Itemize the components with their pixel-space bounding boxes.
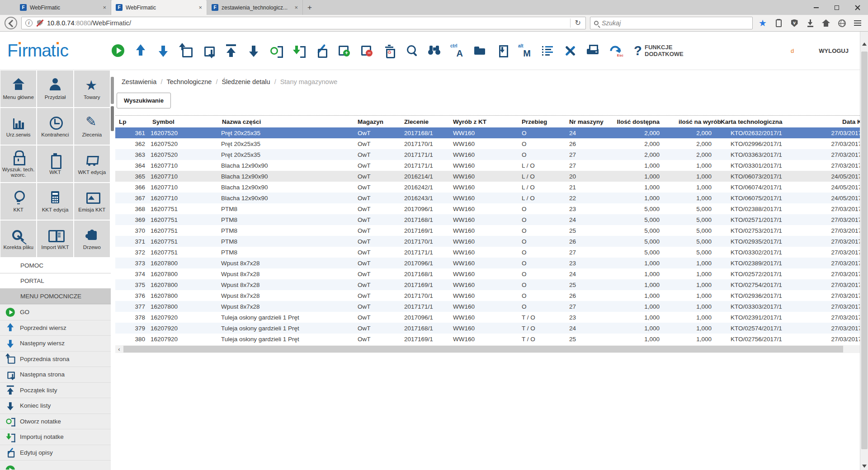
menu-alt-icon[interactable]: altM xyxy=(518,43,532,58)
edit-note-icon[interactable] xyxy=(315,43,328,58)
vertical-scroll-thumb[interactable] xyxy=(861,52,868,449)
run-icon[interactable] xyxy=(111,43,125,58)
tab-close-icon[interactable]: × xyxy=(293,4,299,11)
sidebar-section[interactable]: PORTAL xyxy=(0,273,111,289)
table-row[interactable]: 371 16207751 PTM8 OwT 2017170/1 WW160 O … xyxy=(115,236,868,247)
shield-addon-icon[interactable]: v xyxy=(788,17,800,29)
table-row[interactable]: 364 16207710 Blacha 12x90x90 OwT 2017171… xyxy=(115,160,868,171)
table-row[interactable]: 379 16207920 Tuleja osłony gardzieli 1 P… xyxy=(115,323,868,334)
downloads-icon[interactable] xyxy=(804,17,816,29)
bookmark-star-icon[interactable]: ★ xyxy=(757,17,769,29)
column-header[interactable]: Lp xyxy=(115,118,147,125)
table-row[interactable]: 377 16207800 Wpust 8x7x28 OwT 2017171/1 … xyxy=(115,301,868,312)
nav-item[interactable]: Edytuj opisy xyxy=(0,445,111,461)
folder-icon[interactable] xyxy=(473,43,486,58)
horizontal-scroll-thumb[interactable] xyxy=(123,346,843,352)
exit-esc-icon[interactable]: Esc xyxy=(609,43,622,58)
sidebar-tile[interactable]: Wyszuk. tech. wzorc. xyxy=(0,146,36,182)
menu-hamburger-icon[interactable] xyxy=(852,17,863,29)
globe-addon-icon[interactable] xyxy=(836,17,848,29)
breadcrumb-item[interactable]: Stany magazynowe xyxy=(280,78,338,85)
back-icon[interactable] xyxy=(5,17,17,29)
tab-close-icon[interactable]: × xyxy=(102,4,107,11)
home-icon[interactable] xyxy=(820,17,832,29)
table-row[interactable]: 376 16207800 Wpust 8x7x28 OwT 2017170/1 … xyxy=(115,290,868,301)
page-vertical-scrollbar[interactable] xyxy=(860,32,868,470)
close-button[interactable] xyxy=(847,0,868,15)
scroll-down-icon[interactable] xyxy=(862,465,867,468)
table-row[interactable]: 380 16207920 Tuleja osłony gardzieli 1 P… xyxy=(115,334,868,344)
trash-icon[interactable] xyxy=(382,43,396,58)
sidebar-splitter-handle-lower[interactable] xyxy=(111,106,114,131)
browser-tab[interactable]: F zestawienia_technologicz... × xyxy=(207,0,303,15)
add-record-icon[interactable] xyxy=(337,43,351,58)
search-button[interactable]: Wyszukiwanie xyxy=(117,93,171,108)
sidebar-tile[interactable]: WKT xyxy=(37,146,73,182)
prev-page-icon[interactable] xyxy=(179,43,193,58)
reload-icon[interactable]: ↻ xyxy=(570,19,582,28)
tab-close-icon[interactable]: × xyxy=(198,4,203,11)
url-field[interactable]: i 10.8.0.74:8080/WebFirmatic/ ↻ xyxy=(21,17,586,29)
search-input[interactable]: Szukaj xyxy=(590,17,753,29)
column-header[interactable]: Przebieg xyxy=(515,118,563,125)
import-note-icon[interactable] xyxy=(292,43,306,58)
nav-item[interactable]: Poprzedni wiersz xyxy=(0,320,111,336)
sidebar-tile[interactable]: Przydział xyxy=(37,70,73,107)
tools-icon[interactable] xyxy=(563,43,577,58)
next-row-icon[interactable] xyxy=(156,43,170,58)
table-row[interactable]: 366 16207710 Blacha 12x90x90 OwT 2016242… xyxy=(115,182,868,193)
list-start-icon[interactable] xyxy=(224,43,238,58)
sidebar-tile[interactable]: Drzewo xyxy=(74,221,110,257)
column-header[interactable]: Nazwa części xyxy=(216,118,351,125)
table-row[interactable]: 361 16207520 Pręt 20x25x35 OwT 2017168/1… xyxy=(115,127,868,138)
browser-tab[interactable]: F WebFirmatic × xyxy=(111,0,207,15)
sidebar-tile[interactable]: Import WKT xyxy=(37,221,73,257)
table-row[interactable]: 370 16207751 PTM8 OwT 2017169/1 WW160 O … xyxy=(115,225,868,236)
scroll-up-icon[interactable] xyxy=(862,42,867,46)
table-row[interactable]: 378 16207920 Tuleja osłony gardzieli 1 P… xyxy=(115,312,868,323)
browser-tab[interactable]: F WebFirmatic × xyxy=(15,0,111,15)
sidebar-tile[interactable]: Kontrahenci xyxy=(37,108,73,145)
select-all-icon[interactable]: ctrlA xyxy=(450,43,464,58)
nav-item[interactable]: Poprzednia strona xyxy=(0,351,111,367)
sidebar-section[interactable]: POMOC xyxy=(0,258,111,273)
column-header[interactable]: ilość na wyrób xyxy=(662,118,714,125)
clipboard-addon-icon[interactable] xyxy=(773,17,784,29)
column-header[interactable]: Zlecenie xyxy=(398,118,447,125)
breadcrumb-item[interactable]: Zestawienia xyxy=(122,78,166,85)
table-row[interactable]: 373 16207800 Wpust 8x7x28 OwT 2017096/1 … xyxy=(115,258,868,268)
nav-item[interactable]: Importuj notatke xyxy=(0,429,111,445)
delete-record-icon[interactable] xyxy=(360,43,373,58)
table-row[interactable]: 365 16207710 Blacha 12x90x90 OwT 2016214… xyxy=(115,171,868,182)
sidebar-tile[interactable]: KKT edycja xyxy=(37,183,73,220)
sidebar-tile[interactable]: Towary xyxy=(74,70,110,107)
column-header[interactable]: Symbol xyxy=(147,118,216,125)
url-text[interactable]: 10.8.0.74:8080/WebFirmatic/ xyxy=(47,19,566,27)
horizontal-scrollbar[interactable]: ‹ › xyxy=(115,345,868,353)
table-row[interactable]: 363 16207520 Pręt 20x25x35 OwT 2017171/1… xyxy=(115,149,868,160)
list-end-icon[interactable] xyxy=(247,43,260,58)
print-icon[interactable] xyxy=(586,43,599,58)
nav-item[interactable] xyxy=(0,460,111,470)
table-row[interactable]: 372 16207751 PTM8 OwT 2017171/1 WW160 O … xyxy=(115,247,868,258)
table-row[interactable]: 367 16207710 Blacha 12x90x90 OwT 2016243… xyxy=(115,193,868,203)
sidebar-tile[interactable]: Urz.serwis xyxy=(0,108,36,145)
sidebar-tile[interactable]: WKT edycja xyxy=(74,146,110,182)
info-icon[interactable]: i xyxy=(25,19,33,27)
prev-row-icon[interactable] xyxy=(134,43,147,58)
binoculars-icon[interactable] xyxy=(428,43,441,58)
next-page-icon[interactable] xyxy=(202,43,215,58)
column-header[interactable]: Ilość dostępna xyxy=(607,118,662,125)
column-header[interactable]: Magazyn xyxy=(351,118,398,125)
sidebar-tile[interactable]: Menu główne xyxy=(0,70,36,107)
logout-button[interactable]: WYLOGUJ xyxy=(819,47,849,54)
blocked-content-icon[interactable] xyxy=(36,19,43,27)
scroll-left-icon[interactable]: ‹ xyxy=(115,345,123,353)
sidebar-tile[interactable]: Emisja KKT xyxy=(74,183,110,220)
column-header[interactable]: Karta technologiczna xyxy=(714,118,827,125)
minimize-button[interactable] xyxy=(806,0,826,15)
table-row[interactable]: 374 16207800 Wpust 8x7x28 OwT 2017168/1 … xyxy=(115,268,868,279)
sidebar-tile[interactable]: Korekta pliku xyxy=(0,221,36,257)
open-note-icon[interactable] xyxy=(269,43,283,58)
search-icon[interactable] xyxy=(405,43,419,58)
